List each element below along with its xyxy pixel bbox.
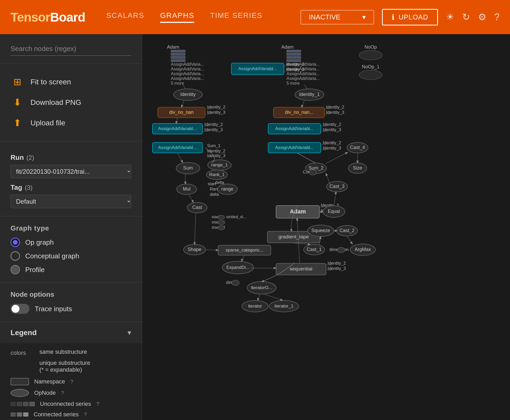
legend-same-substructure: same substructure [39,349,131,355]
theme-toggle-button[interactable]: ☀ [446,12,454,23]
refresh-button[interactable]: ↻ [462,12,470,23]
run-select-arrow: ▾ [362,13,366,21]
connected-help-icon: ? [84,412,87,418]
main-nav: SCALARS GRAPHS TIME SERIES [106,11,262,23]
svg-text:5 more: 5 more [287,81,300,85]
tag-select-dropdown[interactable]: Default [11,195,131,208]
svg-line-145 [189,194,193,202]
svg-rect-101 [287,50,301,52]
upload-label: UPLOAD [399,13,428,21]
svg-text:Sum_1: Sum_1 [207,144,221,148]
main-layout: ⊞ Fit to screen ⬇ Download PNG ⬆ Upload … [0,34,510,420]
unconnected-help-icon: ? [96,401,99,407]
namespace-help-icon: ? [70,379,73,385]
run-select-dropdown[interactable]: fit/20220130-010732/trai... [11,165,131,178]
settings-button[interactable]: ⚙ [478,12,486,23]
svg-text:sequential: sequential [290,266,313,272]
svg-text:start: start [208,182,216,186]
legend-header[interactable]: Legend ▾ [0,322,142,343]
opnode-help-icon: ? [61,390,64,396]
opnode-shape [11,389,29,397]
graph-area[interactable]: Adam AssignAddVaria... AssignAddVaria...… [142,34,510,420]
legend-title: Legend [11,329,37,337]
fit-screen-icon: ⊞ [11,76,24,88]
download-png-label: Download PNG [30,98,81,107]
unconnected-label: Unconnected series [40,401,91,407]
svg-point-58 [232,280,239,285]
svg-rect-2 [171,56,185,59]
tag-field: Tag (3) Default [11,183,131,208]
upload-file-label: Upload file [30,119,65,127]
upload-button[interactable]: ℹ UPLOAD [382,9,438,25]
connected-label: Connected series [34,411,79,418]
svg-text:Identity_2: Identity_2 [326,105,344,110]
svg-text:Identity_2: Identity_2 [286,62,304,67]
svg-text:strided_sl...: strided_sl... [226,214,246,219]
help-button[interactable]: ? [494,12,499,23]
legend-colors-row: colors same substructure unique substruc… [11,349,131,373]
svg-text:gradient_tape: gradient_tape [278,234,309,240]
svg-line-159 [304,85,307,89]
svg-text:Adam: Adam [290,208,306,215]
svg-text:Identity_2: Identity_2 [328,261,346,266]
graph-svg: Adam AssignAddVaria... AssignAddVaria...… [142,34,510,420]
radio-op-graph-circle [11,238,20,247]
node-options-section: Node options Trace inputs [0,283,142,322]
svg-line-154 [347,236,352,244]
svg-text:Identity_3: Identity_3 [328,266,346,271]
download-icon: ⬇ [11,97,24,108]
radio-op-graph-label: Op graph [25,238,54,247]
svg-text:delta: delta [210,192,219,197]
radio-op-graph[interactable]: Op graph [11,238,131,247]
nav-graphs[interactable]: GRAPHS [160,11,194,23]
trace-inputs-row: Trace inputs [11,304,131,314]
connected-shape [11,412,28,417]
fit-to-screen-button[interactable]: ⊞ Fit to screen [11,72,131,92]
svg-line-142 [176,118,177,124]
svg-line-146 [195,213,196,244]
svg-text:AssignAddVaria...: AssignAddVaria... [171,62,204,66]
svg-text:NoOp_1: NoOp_1 [362,64,379,70]
svg-point-90 [337,247,345,253]
brand-board: Board [50,10,85,24]
legend-namespace: Namespace ? [11,378,131,385]
legend-connected-series: Connected series ? [11,411,131,418]
adam-tr-label: Adam [281,44,294,50]
nav-time-series[interactable]: TIME SERIES [210,11,262,23]
run-select-value: INACTIVE [309,13,340,21]
svg-line-143 [177,153,183,162]
topbar: TensorBoard SCALARS GRAPHS TIME SERIES I… [0,0,510,34]
svg-text:range: range [221,186,233,192]
svg-text:Size: Size [353,165,362,171]
radio-conceptual-circle [11,251,20,261]
legend-content: colors same substructure unique substruc… [0,343,142,420]
svg-text:AssignAddVariabl...: AssignAddVariabl... [238,66,277,71]
svg-text:iterator_1: iterator_1 [274,304,293,309]
legend-chevron-icon: ▾ [128,328,131,337]
svg-text:Mul: Mul [183,186,190,192]
svg-line-147 [206,250,218,250]
search-input[interactable] [11,42,131,56]
tag-count: (3) [25,184,32,191]
svg-text:Equal: Equal [328,209,340,214]
radio-conceptual-graph[interactable]: Conceptual graph [11,251,131,261]
svg-text:AssignAddVariabl...: AssignAddVariabl... [158,145,197,150]
adam-tl-label: Adam [167,44,179,50]
nav-scalars[interactable]: SCALARS [106,11,144,23]
trace-inputs-toggle[interactable] [11,304,29,314]
svg-text:AssignAddVariabl...: AssignAddVariabl... [275,145,314,150]
svg-text:Identity_3: Identity_3 [207,153,225,158]
run-count: (2) [27,154,34,161]
upload-file-button[interactable]: ⬆ Upload file [11,113,131,133]
run-select[interactable]: INACTIVE ▾ [300,10,374,24]
svg-text:div_no_nan: div_no_nan [169,110,193,115]
download-png-button[interactable]: ⬇ Download PNG [11,92,131,113]
radio-profile[interactable]: Profile [11,265,131,274]
unique-substructure-label: unique substructure (* = expandable) [39,360,90,373]
svg-rect-0 [171,50,185,52]
svg-rect-103 [287,56,301,59]
svg-text:AssignAddVariabl...: AssignAddVariabl... [158,126,197,131]
opnode-label: OpNode [34,390,56,396]
svg-rect-102 [287,53,301,55]
svg-text:delta: delta [215,180,224,185]
